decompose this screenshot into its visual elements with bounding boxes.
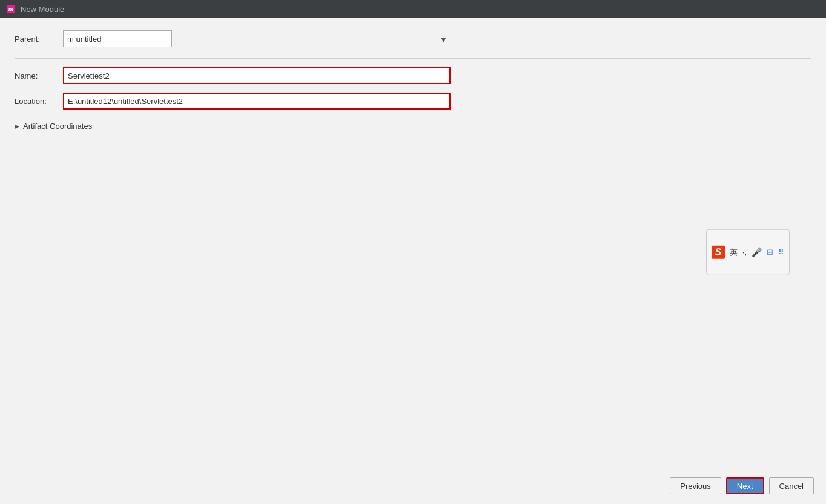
ime-eng-text: 英 — [730, 247, 738, 258]
name-label: Name: — [15, 71, 63, 80]
location-input-wrapper — [63, 93, 451, 110]
parent-dropdown-container: m untitled ▼ — [63, 30, 451, 47]
ime-apps-icon[interactable]: ⠿ — [778, 247, 784, 257]
title-bar: m New Module — [0, 0, 826, 18]
location-input[interactable] — [63, 93, 451, 110]
name-input-wrapper — [63, 67, 451, 84]
parent-dropdown-wrapper: m untitled ▼ — [63, 30, 451, 47]
ime-mic-icon[interactable]: 🎤 — [752, 247, 762, 257]
parent-row: Parent: m untitled ▼ — [15, 30, 811, 47]
content-area — [15, 131, 811, 459]
separator — [15, 58, 811, 59]
location-row: Location: — [15, 93, 811, 110]
svg-text:m: m — [8, 5, 14, 13]
name-input[interactable] — [63, 67, 451, 84]
cancel-button[interactable]: Cancel — [769, 477, 814, 494]
bottom-bar: S 英 ·, 🎤 ⊞ ⠿ Previous Next Cancel — [0, 471, 826, 504]
parent-label: Parent: — [15, 34, 63, 44]
artifact-arrow-icon: ▶ — [15, 123, 19, 129]
location-label: Location: — [15, 97, 63, 106]
parent-dropdown[interactable]: m untitled — [63, 30, 172, 47]
previous-button[interactable]: Previous — [670, 477, 721, 494]
next-button[interactable]: Next — [726, 477, 764, 494]
new-module-dialog: m New Module Parent: m untitled ▼ Name: — [0, 0, 826, 504]
name-row: Name: — [15, 67, 811, 84]
ime-s-icon: S — [712, 246, 725, 259]
ime-dot-text: ·, — [742, 247, 747, 257]
window-title: New Module — [21, 5, 64, 14]
ime-grid-icon[interactable]: ⊞ — [767, 247, 773, 257]
ime-toolbar: S 英 ·, 🎤 ⊞ ⠿ — [706, 229, 790, 275]
chevron-down-icon: ▼ — [440, 35, 447, 42]
artifact-coordinates-section[interactable]: ▶ Artifact Coordinates — [15, 122, 811, 131]
artifact-coordinates-label: Artifact Coordinates — [23, 122, 92, 131]
window-icon: m — [6, 4, 16, 14]
dialog-body: Parent: m untitled ▼ Name: Location: — [0, 18, 826, 471]
